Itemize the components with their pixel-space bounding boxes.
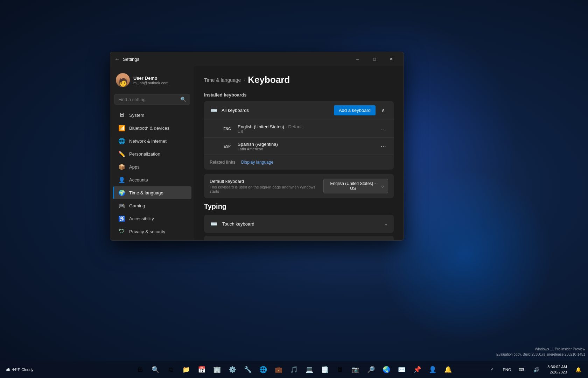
taskbar-icon-14[interactable]: 📷 xyxy=(349,363,363,377)
search-box[interactable]: 🔍 xyxy=(114,94,190,105)
task-view-button[interactable]: ⧉ xyxy=(164,363,178,377)
default-keyboard-card: Default keyboard This keyboard is used o… xyxy=(204,174,394,198)
keyboard-card-icon: ⌨️ xyxy=(210,106,218,115)
installed-keyboards-title: Installed keyboards xyxy=(204,92,394,98)
keyboard-row-spanish: ESP Spanish (Argentina) Latin American ⋯ xyxy=(204,137,394,155)
taskbar-icon-12[interactable]: 🗒️ xyxy=(318,363,332,377)
breadcrumb-separator: › xyxy=(244,78,245,83)
page-title: Keyboard xyxy=(248,74,290,85)
maximize-button[interactable]: □ xyxy=(366,54,383,65)
taskbar-icon-17[interactable]: ✉️ xyxy=(395,363,409,377)
close-button[interactable]: ✕ xyxy=(383,54,399,65)
tray-volume[interactable]: 🔊 xyxy=(529,363,543,377)
tray-chevron[interactable]: ^ xyxy=(485,363,499,377)
taskbar-icon-4[interactable]: 📅 xyxy=(195,363,209,377)
nav-item-privacy[interactable]: 🛡 Privacy & security xyxy=(113,225,191,238)
breadcrumb-parent[interactable]: Time & language xyxy=(204,77,241,83)
nav-label-accessibility: Accessibility xyxy=(129,216,154,221)
touch-keyboard-row[interactable]: ⌨️ Touch keyboard ⌄ xyxy=(204,215,394,233)
collapse-icon[interactable]: ∧ xyxy=(378,106,388,115)
nav-label-accounts: Accounts xyxy=(129,177,148,183)
taskbar-icon-20[interactable]: 🔔 xyxy=(441,363,455,377)
taskbar-icon-13[interactable]: 🖩 xyxy=(333,363,347,377)
taskbar-icon-10[interactable]: 🎵 xyxy=(287,363,301,377)
personalization-icon: ✏️ xyxy=(119,151,125,157)
display-language-link[interactable]: Display language xyxy=(241,160,273,165)
taskbar-icon-15[interactable]: 🔎 xyxy=(364,363,378,377)
taskbar-icon-19[interactable]: 👤 xyxy=(426,363,440,377)
settings-taskbar-icon[interactable]: ⚙️ xyxy=(225,363,239,377)
eval-text: Windows 11 Pro Insider Preview Evaluatio… xyxy=(496,347,585,357)
touch-keyboard-title: Touch keyboard xyxy=(222,221,254,227)
taskbar-icon-11[interactable]: 💻 xyxy=(302,363,316,377)
touch-keyboard-icon: ⌨️ xyxy=(210,220,218,228)
weather-widget[interactable]: ☁️ 44°F Cloudy xyxy=(3,366,36,373)
typing-section-title: Typing xyxy=(204,202,394,211)
spanish-keyboard-info: Spanish (Argentina) Latin American xyxy=(238,142,278,151)
weather-icon: ☁️ xyxy=(6,368,10,372)
keyboard-row-english-left: ENG English (United States) - Default US xyxy=(221,124,303,134)
start-button[interactable]: ⊞ xyxy=(133,363,147,377)
nav-label-time-language: Time & language xyxy=(129,190,163,195)
bluetooth-icon: 📶 xyxy=(119,125,125,131)
english-keyboard-sub: US xyxy=(238,129,303,134)
nav-item-accessibility[interactable]: ♿ Accessibility xyxy=(113,212,191,225)
taskbar-icon-9[interactable]: 💼 xyxy=(272,363,286,377)
minimize-button[interactable]: ─ xyxy=(350,54,366,65)
notification-button[interactable]: 🔔 xyxy=(571,363,585,377)
gaming-icon: 🎮 xyxy=(119,202,125,209)
accounts-icon: 👤 xyxy=(119,177,125,183)
nav-item-bluetooth[interactable]: 📶 Bluetooth & devices xyxy=(113,122,191,134)
content-area: 🧑 User Demo m_lab@outlook.com 🔍 🖥 System xyxy=(110,66,404,240)
user-profile[interactable]: 🧑 User Demo m_lab@outlook.com xyxy=(110,69,194,91)
nav-item-system[interactable]: 🖥 System xyxy=(113,109,191,121)
user-name: User Demo xyxy=(133,76,189,81)
taskbar-icon-18[interactable]: 📌 xyxy=(410,363,424,377)
title-bar: ← Settings ─ □ ✕ xyxy=(110,52,404,66)
nav-item-accounts[interactable]: 👤 Accounts xyxy=(113,173,191,186)
nav-item-gaming[interactable]: 🎮 Gaming xyxy=(113,199,191,212)
english-more-button[interactable]: ⋯ xyxy=(378,124,388,134)
accessibility-icon: ♿ xyxy=(119,215,125,222)
touch-keyboard-card: ⌨️ Touch keyboard ⌄ xyxy=(204,215,394,233)
taskbar-left: ☁️ 44°F Cloudy xyxy=(3,366,36,373)
taskbar-icon-7[interactable]: 🔧 xyxy=(241,363,255,377)
related-links-label: Related links xyxy=(210,160,236,165)
taskbar-clock[interactable]: 8:36:02 AM 2/20/2023 xyxy=(545,363,570,377)
touch-keyboard-left: ⌨️ Touch keyboard xyxy=(210,220,254,228)
clock-time: 8:36:02 AM xyxy=(547,364,567,370)
edge-icon[interactable]: 🌐 xyxy=(256,363,270,377)
title-bar-controls: ─ □ ✕ xyxy=(350,54,399,65)
taskbar-icon-16[interactable]: 🌏 xyxy=(379,363,393,377)
search-input[interactable] xyxy=(118,97,177,102)
nav-item-personalization[interactable]: ✏️ Personalization xyxy=(113,148,191,160)
nav-item-windows-update[interactable]: 🔄 Windows Update xyxy=(113,238,191,240)
spanish-more-button[interactable]: ⋯ xyxy=(378,141,388,151)
text-suggestions-card: ⌨️ Show text suggestions when typing on … xyxy=(204,236,394,240)
nav-item-apps[interactable]: 📦 Apps xyxy=(113,161,191,173)
file-explorer-button[interactable]: 📁 xyxy=(179,363,193,377)
taskbar-icon-5[interactable]: 🏢 xyxy=(210,363,224,377)
search-icon: 🔍 xyxy=(180,97,186,102)
all-keyboards-title: All keyboards xyxy=(222,108,249,113)
default-keyboard-value: English (United States) - US xyxy=(327,181,379,191)
back-icon[interactable]: ← xyxy=(114,56,120,62)
keyboard-row-spanish-left: ESP Spanish (Argentina) Latin American xyxy=(221,142,278,151)
tray-lang[interactable]: ENG xyxy=(500,363,514,377)
default-keyboard-dropdown[interactable]: English (United States) - US ⌄ xyxy=(323,179,388,193)
settings-window: ← Settings ─ □ ✕ 🧑 User Demo m_lab@outlo… xyxy=(110,52,404,241)
avatar-image: 🧑 xyxy=(116,73,130,87)
dropdown-chevron-icon: ⌄ xyxy=(381,184,384,188)
nav-item-network[interactable]: 🌐 Network & internet xyxy=(113,135,191,147)
search-taskbar-button[interactable]: 🔍 xyxy=(148,363,162,377)
taskbar-right: ^ ENG ⌨ 🔊 8:36:02 AM 2/20/2023 🔔 xyxy=(485,363,585,377)
tray-keyboard[interactable]: ⌨ xyxy=(514,363,528,377)
nav-item-time-language[interactable]: 🌍 Time & language xyxy=(113,186,191,199)
add-keyboard-button[interactable]: Add a keyboard xyxy=(334,105,376,115)
network-icon: 🌐 xyxy=(119,138,125,144)
apps-icon: 📦 xyxy=(119,164,125,170)
english-keyboard-info: English (United States) - Default US xyxy=(238,124,303,134)
related-links-row: Related links Display language xyxy=(204,155,394,170)
main-content: Time & language › Keyboard Installed key… xyxy=(194,66,404,240)
privacy-icon: 🛡 xyxy=(119,228,125,235)
